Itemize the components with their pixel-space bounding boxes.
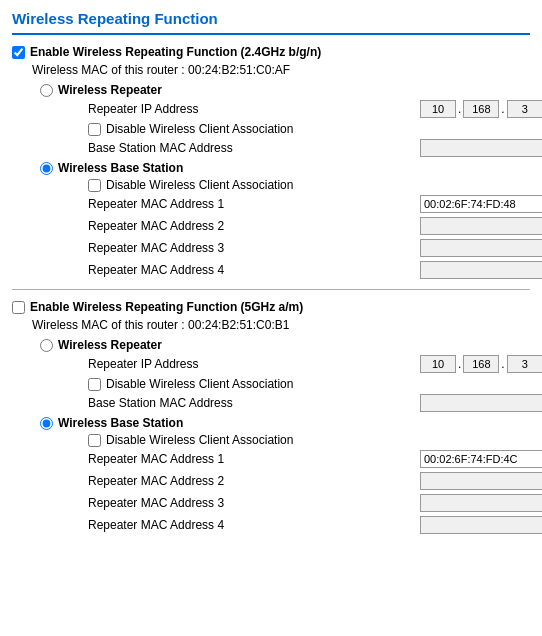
disable-client-label-24-base: Disable Wireless Client Association xyxy=(106,178,293,192)
disable-client-row-5-base: Disable Wireless Client Association xyxy=(88,433,530,447)
ip3-5[interactable] xyxy=(507,355,542,373)
wireless-base-station-label-24: Wireless Base Station xyxy=(58,161,183,175)
repeater-mac2-input-24[interactable] xyxy=(420,217,542,235)
section-5-header: Enable Wireless Repeating Function (5GHz… xyxy=(12,300,530,314)
ip1-5[interactable] xyxy=(420,355,456,373)
wireless-repeater-radio-24[interactable] xyxy=(40,84,53,97)
enable-24ghz-label: Enable Wireless Repeating Function (2.4G… xyxy=(30,45,321,59)
base-station-mac-row-24: Base Station MAC Address xyxy=(40,139,530,157)
wireless-repeater-label-5: Wireless Repeater xyxy=(58,338,162,352)
repeater-mac1-input-24[interactable] xyxy=(420,195,542,213)
enable-5ghz-checkbox[interactable] xyxy=(12,301,25,314)
disable-client-checkbox-5-repeater[interactable] xyxy=(88,378,101,391)
repeater-mac4-row-5: Repeater MAC Address 4 xyxy=(40,516,530,534)
repeater-mac4-label-5: Repeater MAC Address 4 xyxy=(40,518,420,532)
repeater-mac2-row-5: Repeater MAC Address 2 xyxy=(40,472,530,490)
enable-24ghz-checkbox[interactable] xyxy=(12,46,25,59)
disable-client-label-5-repeater: Disable Wireless Client Association xyxy=(106,377,293,391)
ip1-24[interactable] xyxy=(420,100,456,118)
repeater-mac2-label-5: Repeater MAC Address 2 xyxy=(40,474,420,488)
disable-client-label-5-base: Disable Wireless Client Association xyxy=(106,433,293,447)
wireless-repeater-row-24: Wireless Repeater xyxy=(40,83,530,97)
ip2-5[interactable] xyxy=(463,355,499,373)
repeater-mac4-input-24[interactable] xyxy=(420,261,542,279)
repeater-mac2-input-5[interactable] xyxy=(420,472,542,490)
disable-client-label-24-repeater: Disable Wireless Client Association xyxy=(106,122,293,136)
repeater-mac3-input-24[interactable] xyxy=(420,239,542,257)
disable-client-row-5-repeater: Disable Wireless Client Association xyxy=(88,377,530,391)
mac-info-5: Wireless MAC of this router : 00:24:B2:5… xyxy=(32,318,530,332)
repeater-ip-row-24: Repeater IP Address . . . xyxy=(40,100,530,118)
ip2-24[interactable] xyxy=(463,100,499,118)
repeater-mac4-label-24: Repeater MAC Address 4 xyxy=(40,263,420,277)
base-station-mac-label-24: Base Station MAC Address xyxy=(40,141,420,155)
ip3-24[interactable] xyxy=(507,100,542,118)
repeater-mac2-label-24: Repeater MAC Address 2 xyxy=(40,219,420,233)
radio-group-5: Wireless Repeater Repeater IP Address . … xyxy=(40,338,530,534)
repeater-mac3-row-5: Repeater MAC Address 3 xyxy=(40,494,530,512)
disable-client-row-24-base: Disable Wireless Client Association xyxy=(88,178,530,192)
repeater-mac4-row-24: Repeater MAC Address 4 xyxy=(40,261,530,279)
section-24-header: Enable Wireless Repeating Function (2.4G… xyxy=(12,45,530,59)
base-station-mac-label-5: Base Station MAC Address xyxy=(40,396,420,410)
radio-group-24: Wireless Repeater Repeater IP Address . … xyxy=(40,83,530,279)
wireless-base-station-radio-24[interactable] xyxy=(40,162,53,175)
mac-info-24: Wireless MAC of this router : 00:24:B2:5… xyxy=(32,63,530,77)
repeater-mac1-input-5[interactable] xyxy=(420,450,542,468)
repeater-ip-label-5: Repeater IP Address xyxy=(40,357,420,371)
repeater-mac3-row-24: Repeater MAC Address 3 xyxy=(40,239,530,257)
repeater-mac3-input-5[interactable] xyxy=(420,494,542,512)
repeater-mac2-row-24: Repeater MAC Address 2 xyxy=(40,217,530,235)
ip-fields-5: . . . xyxy=(420,355,542,373)
base-station-mac-input-24[interactable] xyxy=(420,139,542,157)
mid-divider xyxy=(12,289,530,290)
wireless-repeater-label-24: Wireless Repeater xyxy=(58,83,162,97)
repeater-mac3-label-5: Repeater MAC Address 3 xyxy=(40,496,420,510)
base-station-mac-input-5[interactable] xyxy=(420,394,542,412)
page-title: Wireless Repeating Function xyxy=(12,10,530,27)
top-divider xyxy=(12,33,530,35)
wireless-base-station-radio-5[interactable] xyxy=(40,417,53,430)
disable-client-checkbox-24-repeater[interactable] xyxy=(88,123,101,136)
disable-client-row-24-repeater: Disable Wireless Client Association xyxy=(88,122,530,136)
ip-fields-24: . . . xyxy=(420,100,542,118)
repeater-ip-row-5: Repeater IP Address . . . xyxy=(40,355,530,373)
wireless-base-station-label-5: Wireless Base Station xyxy=(58,416,183,430)
wireless-base-station-row-24: Wireless Base Station xyxy=(40,161,530,175)
disable-client-checkbox-24-base[interactable] xyxy=(88,179,101,192)
enable-5ghz-label: Enable Wireless Repeating Function (5GHz… xyxy=(30,300,303,314)
wireless-base-station-row-5: Wireless Base Station xyxy=(40,416,530,430)
section-5ghz: Enable Wireless Repeating Function (5GHz… xyxy=(12,300,530,534)
repeater-mac4-input-5[interactable] xyxy=(420,516,542,534)
repeater-ip-label-24: Repeater IP Address xyxy=(40,102,420,116)
repeater-mac1-row-5: Repeater MAC Address 1 xyxy=(40,450,530,468)
repeater-mac1-label-5: Repeater MAC Address 1 xyxy=(40,452,420,466)
disable-client-checkbox-5-base[interactable] xyxy=(88,434,101,447)
wireless-repeater-row-5: Wireless Repeater xyxy=(40,338,530,352)
section-24ghz: Enable Wireless Repeating Function (2.4G… xyxy=(12,45,530,279)
repeater-mac3-label-24: Repeater MAC Address 3 xyxy=(40,241,420,255)
wireless-repeater-radio-5[interactable] xyxy=(40,339,53,352)
repeater-mac1-row-24: Repeater MAC Address 1 xyxy=(40,195,530,213)
page-wrapper: Wireless Repeating Function Enable Wirel… xyxy=(0,0,542,550)
base-station-mac-row-5: Base Station MAC Address xyxy=(40,394,530,412)
repeater-mac1-label-24: Repeater MAC Address 1 xyxy=(40,197,420,211)
